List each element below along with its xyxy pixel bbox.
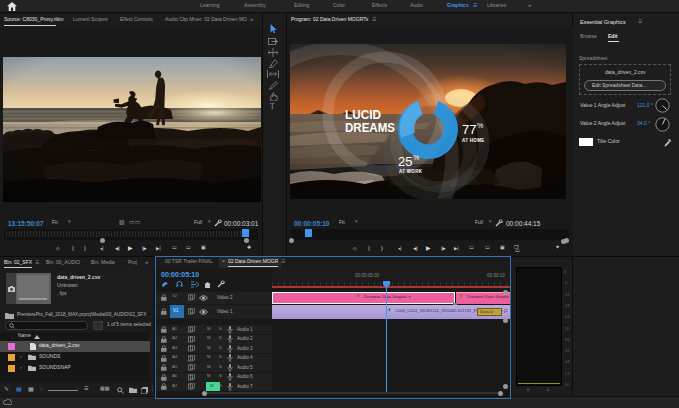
svg-text:DREAMS: DREAMS (345, 120, 395, 135)
svg-text:77: 77 (462, 122, 476, 137)
svg-text:25: 25 (398, 154, 412, 169)
svg-text:%: % (413, 154, 419, 161)
svg-text:%: % (477, 122, 483, 129)
svg-text:AT WORK: AT WORK (399, 169, 423, 174)
svg-text:AT HOME: AT HOME (462, 138, 485, 143)
